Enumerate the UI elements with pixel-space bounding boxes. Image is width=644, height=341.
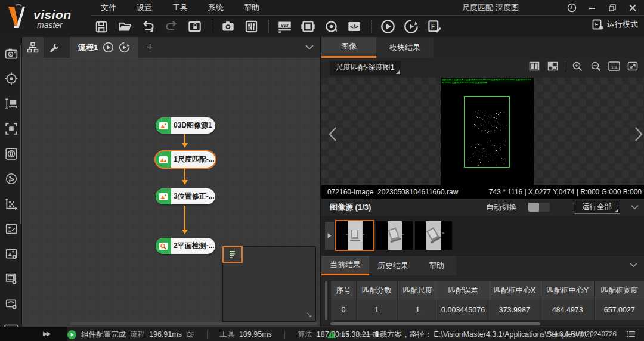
acquisition-camera-icon[interactable] [2,45,20,63]
flow-node-position-fix[interactable]: 3位置修正-... [156,188,215,204]
flow-horizontal-scrollbar[interactable] [70,322,317,326]
save-icon[interactable] [91,18,112,36]
deep-learning-icon[interactable] [2,145,20,163]
col-width[interactable]: 匹配框宽度 [594,281,644,300]
communication-target-icon[interactable] [320,18,342,36]
auto-switch-toggle[interactable] [528,203,550,212]
grid-view-icon[interactable] [546,60,559,73]
global-variable-icon[interactable]: var [274,18,295,36]
scheme-edit-icon[interactable]: F [423,18,445,36]
expand-arrows-icon[interactable]: ▶▶ [43,330,49,337]
split-columns-icon[interactable] [528,60,541,73]
zoom-out-icon[interactable] [589,60,602,73]
recognition-focus-icon[interactable] [2,120,20,138]
result-collapse-chevron-icon[interactable] [629,261,638,269]
image-meta: 743 * 1116 | X,0277 Y,0474 | R:000 G:000… [489,188,642,196]
performance-clock-icon[interactable] [565,1,578,14]
sidebar-scrollbar[interactable] [20,45,21,224]
table-header-row: 序号 匹配分数 匹配尺度 匹配误差 匹配框中心X 匹配框中心Y 匹配框宽度 [331,281,644,300]
col-index[interactable]: 序号 [331,281,357,300]
menu-system[interactable]: 系统 [198,0,234,16]
tab-current-result[interactable]: 当前结果 [321,256,369,275]
run-mode-control[interactable]: F 运行模式 [592,18,638,30]
status-play-icon[interactable] [67,330,77,340]
col-score[interactable]: 匹配分数 [356,281,397,300]
tab-image[interactable]: 图像 [321,37,376,58]
next-image-chevron-icon[interactable] [633,126,644,142]
cell-centerx: 373.9987 [488,300,541,320]
flow-run-continuous-icon[interactable] [119,42,130,53]
result-horizontal-scrollbar[interactable] [330,322,540,326]
col-centerx[interactable]: 匹配框中心X [488,281,541,300]
tab-module-result[interactable]: 模块结果 [376,37,434,58]
redo-icon[interactable] [160,18,182,36]
tab-history-result[interactable]: 历史结果 [369,256,417,275]
undo-icon[interactable] [137,18,159,36]
flow-node-scale-match[interactable]: 1尺度匹配-... [156,151,215,168]
menu-settings[interactable]: 设置 [126,0,162,16]
window-settings-icon[interactable] [2,270,20,288]
view-tabs: 图像 模块结果 [321,37,644,58]
flow-hierarchy-icon[interactable] [22,37,44,58]
calibration-chart-icon[interactable] [2,195,20,213]
logo-v-icon [6,4,32,33]
flow-node-plane-detect[interactable]: 2平面检测-... [156,238,215,254]
var-glyph: var [280,22,289,28]
menu-help[interactable]: 帮助 [234,0,270,16]
camera-capture-icon[interactable] [217,18,239,36]
script-code-icon[interactable]: </> [343,18,365,36]
open-folder-icon[interactable] [114,18,135,36]
time-detail-icon[interactable] [186,331,194,338]
close-button[interactable] [626,1,639,14]
col-scale[interactable]: 匹配尺度 [397,281,438,300]
flow-run-once-icon[interactable] [103,42,114,53]
image-viewer[interactable]: 匹配分数:1 匹配尺度:1 匹配误差:0.003445076 匹配框中心X:37… [321,78,644,185]
zoom-in-icon[interactable] [571,60,584,73]
locate-crosshair-icon[interactable] [2,70,20,88]
col-error[interactable]: 匹配误差 [438,281,488,300]
col-centery[interactable]: 匹配框中心Y [541,281,594,300]
table-row[interactable]: 0 1 1 0.003445076 373.9987 484.4973 657.… [331,300,644,320]
minimize-button[interactable] [586,1,599,14]
add-flow-icon[interactable]: + [147,41,153,54]
flow-group-handle[interactable] [222,246,243,263]
auto-switch-label: 自动切换 [486,202,517,213]
result-table: 序号 匹配分数 匹配尺度 匹配误差 匹配框中心X 匹配框中心Y 匹配框宽度 0 … [330,280,644,320]
capture-settings-icon[interactable] [2,295,20,313]
run-all-dropdown[interactable]: 运行全部 [574,201,620,214]
flow-list-chevron-icon[interactable] [305,43,314,51]
result-vertical-scrollbar[interactable] [325,281,327,320]
adjust-sliders-icon[interactable] [240,18,262,36]
source-collapse-chevron-icon[interactable] [630,203,639,211]
measure-icon[interactable] [2,95,20,113]
run-continuous-icon[interactable] [400,18,422,36]
resize-handle-icon[interactable]: ↘ [306,310,312,319]
module-box-icon[interactable] [297,18,318,36]
prev-image-chevron-icon[interactable] [327,126,338,142]
flow-canvas[interactable]: 03D图像源1 1尺度匹配-... 3位置修正-... [22,58,320,327]
restore-button[interactable] [606,1,619,14]
flow-wrench-icon[interactable] [44,37,65,58]
run-once-icon[interactable] [377,18,398,36]
image-filename: 072160-Image_20230508104611660.raw [327,188,458,196]
log-status-icon [327,330,336,339]
menu-tools[interactable]: 工具 [162,0,198,16]
thumbnail-expander[interactable] [325,222,334,250]
thumbnail-2[interactable] [376,221,413,250]
image-settings-icon[interactable] [2,245,20,263]
tab-help[interactable]: 帮助 [417,256,456,275]
3d-sphere-icon[interactable] [2,170,20,188]
lock-window-icon[interactable] [184,18,205,36]
flow-tab[interactable]: 流程1 [70,37,138,58]
thumbnail-3[interactable] [415,221,452,250]
menu-file[interactable]: 文件 [91,0,126,16]
calculator-icon[interactable] [2,220,20,238]
fit-view-icon[interactable] [626,60,639,73]
result-panel: 图像 模块结果 尺度匹配-深度图1 1:1 [320,37,644,327]
thumbnail-1[interactable] [336,221,373,250]
flow-editor-panel: 流程1 + 03D图像源1 [22,37,320,327]
log-list-icon[interactable] [626,330,636,338]
zoom-1to1-icon[interactable]: 1:1 [608,60,621,73]
flow-node-image-source[interactable]: 03D图像源1 [156,117,215,134]
image-source-dropdown[interactable]: 尺度匹配-深度图1 [330,61,401,75]
